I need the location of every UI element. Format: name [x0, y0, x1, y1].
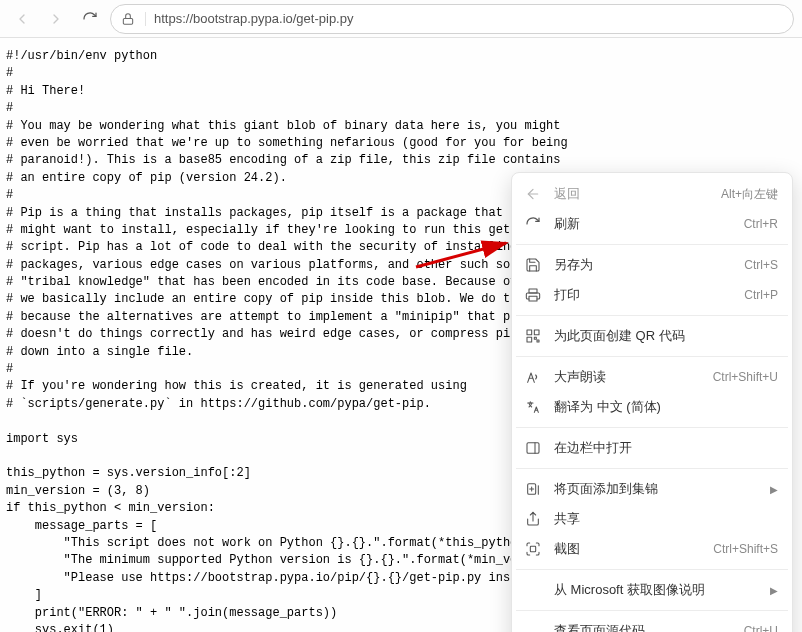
menu-item-read-aloud[interactable]: 大声朗读 Ctrl+Shift+U	[512, 362, 792, 392]
svg-rect-7	[527, 337, 532, 342]
menu-separator	[516, 427, 788, 428]
menu-label: 另存为	[554, 256, 732, 274]
menu-shortcut: Ctrl+R	[744, 217, 778, 231]
svg-rect-8	[534, 337, 536, 339]
share-icon	[524, 510, 542, 528]
menu-item-screenshot[interactable]: 截图 Ctrl+Shift+S	[512, 534, 792, 564]
menu-item-refresh[interactable]: 刷新 Ctrl+R	[512, 209, 792, 239]
context-menu: 返回 Alt+向左键 刷新 Ctrl+R 另存为 Ctrl+S 打印 Ctrl+…	[511, 172, 793, 632]
menu-label: 共享	[554, 510, 778, 528]
chevron-right-icon: ▶	[770, 484, 778, 495]
save-icon	[524, 256, 542, 274]
blank-icon	[524, 581, 542, 599]
back-button[interactable]	[8, 5, 36, 33]
menu-item-open-sidebar[interactable]: 在边栏中打开	[512, 433, 792, 463]
arrow-left-icon	[14, 11, 30, 27]
chevron-right-icon: ▶	[770, 585, 778, 596]
menu-separator	[516, 569, 788, 570]
svg-rect-0	[123, 18, 132, 24]
qr-icon	[524, 327, 542, 345]
svg-rect-10	[527, 443, 539, 454]
svg-rect-5	[527, 330, 532, 335]
menu-label: 翻译为 中文 (简体)	[554, 398, 778, 416]
svg-rect-3	[529, 296, 537, 301]
menu-label: 打印	[554, 286, 732, 304]
screenshot-icon	[524, 540, 542, 558]
browser-toolbar: https://bootstrap.pypa.io/get-pip.py	[0, 0, 802, 38]
site-security-region[interactable]	[121, 12, 146, 26]
menu-item-save-as[interactable]: 另存为 Ctrl+S	[512, 250, 792, 280]
collection-icon	[524, 480, 542, 498]
menu-label: 为此页面创建 QR 代码	[554, 327, 778, 345]
svg-rect-9	[537, 340, 539, 342]
arrow-right-icon	[48, 11, 64, 27]
menu-label: 大声朗读	[554, 368, 701, 386]
menu-separator	[516, 468, 788, 469]
svg-rect-16	[530, 546, 535, 551]
arrow-left-icon	[524, 185, 542, 203]
menu-shortcut: Ctrl+U	[744, 624, 778, 632]
menu-shortcut: Ctrl+Shift+S	[713, 542, 778, 556]
menu-item-share[interactable]: 共享	[512, 504, 792, 534]
reload-button[interactable]	[76, 5, 104, 33]
menu-label: 将页面添加到集锦	[554, 480, 752, 498]
menu-separator	[516, 244, 788, 245]
menu-label: 查看页面源代码	[554, 622, 732, 632]
menu-item-add-collection[interactable]: 将页面添加到集锦 ▶	[512, 474, 792, 504]
sidebar-icon	[524, 439, 542, 457]
reload-icon	[524, 215, 542, 233]
address-bar[interactable]: https://bootstrap.pypa.io/get-pip.py	[110, 4, 794, 34]
menu-item-translate[interactable]: 翻译为 中文 (简体)	[512, 392, 792, 422]
menu-shortcut: Ctrl+P	[744, 288, 778, 302]
menu-label: 截图	[554, 540, 701, 558]
menu-item-ms-image-desc[interactable]: 从 Microsoft 获取图像说明 ▶	[512, 575, 792, 605]
menu-label: 返回	[554, 185, 709, 203]
menu-item-back: 返回 Alt+向左键	[512, 179, 792, 209]
read-aloud-icon	[524, 368, 542, 386]
url-text: https://bootstrap.pypa.io/get-pip.py	[154, 11, 353, 26]
svg-rect-6	[534, 330, 539, 335]
reload-icon	[82, 11, 98, 27]
menu-item-qr-code[interactable]: 为此页面创建 QR 代码	[512, 321, 792, 351]
menu-label: 在边栏中打开	[554, 439, 778, 457]
menu-separator	[516, 356, 788, 357]
menu-label: 刷新	[554, 215, 732, 233]
forward-button[interactable]	[42, 5, 70, 33]
lock-icon	[121, 12, 135, 26]
menu-shortcut: Ctrl+Shift+U	[713, 370, 778, 384]
print-icon	[524, 286, 542, 304]
menu-separator	[516, 315, 788, 316]
menu-shortcut: Alt+向左键	[721, 186, 778, 203]
menu-item-view-source[interactable]: 查看页面源代码 Ctrl+U	[512, 616, 792, 632]
translate-icon	[524, 398, 542, 416]
svg-rect-4	[529, 289, 537, 293]
menu-item-print[interactable]: 打印 Ctrl+P	[512, 280, 792, 310]
menu-separator	[516, 610, 788, 611]
menu-label: 从 Microsoft 获取图像说明	[554, 581, 752, 599]
blank-icon	[524, 622, 542, 632]
menu-shortcut: Ctrl+S	[744, 258, 778, 272]
